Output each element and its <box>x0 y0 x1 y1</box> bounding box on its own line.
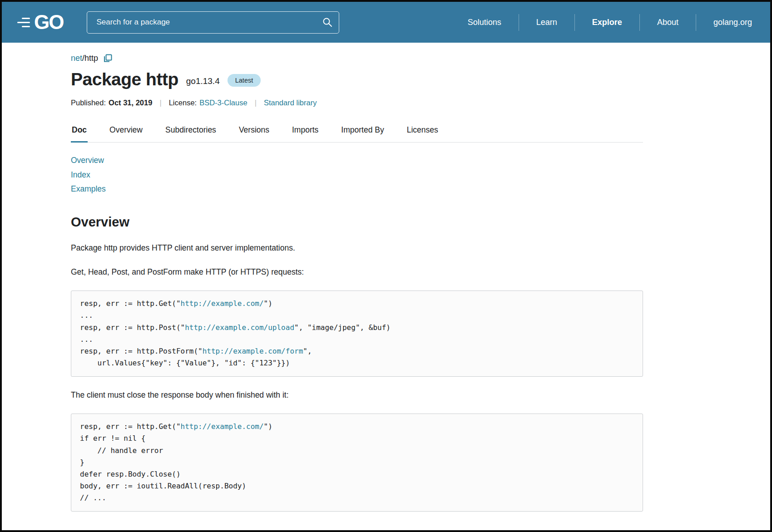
breadcrumb-rest: /http <box>82 54 98 63</box>
tab-doc[interactable]: Doc <box>71 121 88 143</box>
overview-heading: Overview <box>71 215 643 230</box>
code-text: url.Values{"key": {"Value"}, "id": {"123… <box>80 359 290 367</box>
toc-link-examples[interactable]: Examples <box>71 182 106 197</box>
tab-bar: Doc Overview Subdirectories Versions Imp… <box>71 121 643 143</box>
code-line: body, err := ioutil.ReadAll(resp.Body) <box>80 480 634 492</box>
search-icon <box>322 17 333 28</box>
code-block-requests: resp, err := http.Get("http://example.co… <box>71 291 643 376</box>
license-label: License: <box>169 99 197 107</box>
code-text: ") <box>264 422 272 431</box>
page: GO Solutions Learn Explore About golang.… <box>0 0 772 532</box>
tab-imports[interactable]: Imports <box>291 121 319 143</box>
license-link[interactable]: BSD-3-Clause <box>199 99 247 107</box>
overview-paragraph-1: Package http provides HTTP client and se… <box>71 242 643 254</box>
code-text: defer resp.Body.Close() <box>80 470 181 478</box>
code-line: resp, err := http.Get("http://example.co… <box>80 298 634 310</box>
code-text: ", <box>303 347 312 355</box>
code-text: } <box>80 458 84 467</box>
breadcrumb: net/http <box>71 54 643 63</box>
site-header: GO Solutions Learn Explore About golang.… <box>2 2 770 43</box>
code-line: resp, err := http.PostForm("http://examp… <box>80 345 634 357</box>
code-line: // handle error <box>80 445 634 457</box>
code-text: ", "image/jpeg", &buf) <box>294 323 391 332</box>
code-text: resp, err := http.Get(" <box>80 299 181 308</box>
code-line: ... <box>80 310 634 321</box>
main-content: net/http Package http go1.13.4 Latest Pu… <box>2 43 770 512</box>
search-box <box>87 11 339 34</box>
tab-licenses[interactable]: Licenses <box>406 121 439 143</box>
code-url-link[interactable]: http://example.com/upload <box>185 323 294 332</box>
overview-paragraph-2: Get, Head, Post, and PostForm make HTTP … <box>71 266 643 278</box>
nav-item-solutions[interactable]: Solutions <box>450 14 519 31</box>
code-line: } <box>80 457 634 468</box>
latest-badge[interactable]: Latest <box>228 74 261 87</box>
published-date: Oct 31, 2019 <box>109 99 152 107</box>
doc-toc: Overview Index Examples <box>71 153 643 197</box>
copy-path-button[interactable] <box>104 54 112 63</box>
tab-subdirectories[interactable]: Subdirectories <box>164 121 217 143</box>
page-title: Package http <box>71 69 178 89</box>
nav-item-learn[interactable]: Learn <box>519 14 574 31</box>
search-input[interactable] <box>87 11 339 34</box>
code-line: resp, err := http.Post("http://example.c… <box>80 322 634 334</box>
main-nav: Solutions Learn Explore About golang.org <box>450 14 755 31</box>
code-text: if err != nil { <box>80 434 146 443</box>
code-text: body, err := ioutil.ReadAll(resp.Body) <box>80 482 246 490</box>
go-logo-speed-lines-icon <box>17 18 30 27</box>
toc-link-index[interactable]: Index <box>71 168 90 182</box>
package-meta: Published: Oct 31, 2019 | License: BSD-3… <box>71 99 643 107</box>
overview-paragraph-3: The client must close the response body … <box>71 389 643 401</box>
code-text: // ... <box>80 493 106 502</box>
package-version: go1.13.4 <box>186 76 220 86</box>
meta-separator: | <box>255 99 257 107</box>
breadcrumb-net-link[interactable]: net <box>71 54 82 63</box>
code-block-close-body: resp, err := http.Get("http://example.co… <box>71 414 643 512</box>
nav-item-explore[interactable]: Explore <box>574 14 639 31</box>
code-text: ") <box>264 299 272 308</box>
tab-overview[interactable]: Overview <box>109 121 144 143</box>
search-button[interactable] <box>319 14 336 30</box>
code-line: url.Values{"key": {"Value"}, "id": {"123… <box>80 357 634 369</box>
code-url-link[interactable]: http://example.com/ <box>181 422 264 431</box>
package-title-row: Package http go1.13.4 Latest <box>71 69 643 89</box>
code-text: resp, err := http.Get(" <box>80 422 181 431</box>
code-url-link[interactable]: http://example.com/ <box>181 299 264 308</box>
code-line: defer resp.Body.Close() <box>80 468 634 480</box>
meta-separator: | <box>159 99 161 107</box>
tab-versions[interactable]: Versions <box>238 121 270 143</box>
go-logo-text: GO <box>34 12 63 32</box>
nav-item-about[interactable]: About <box>639 14 696 31</box>
code-url-link[interactable]: http://example.com/form <box>203 347 303 355</box>
standard-library-link[interactable]: Standard library <box>264 99 317 107</box>
toc-link-overview[interactable]: Overview <box>71 153 104 168</box>
code-line: ... <box>80 334 634 345</box>
code-text: ... <box>80 311 93 320</box>
code-text: resp, err := http.PostForm(" <box>80 347 203 355</box>
code-line: // ... <box>80 492 634 504</box>
code-line: if err != nil { <box>80 433 634 444</box>
tab-imported-by[interactable]: Imported By <box>340 121 385 143</box>
copy-icon <box>104 54 112 63</box>
go-logo[interactable]: GO <box>17 12 63 32</box>
code-text: // handle error <box>80 446 163 455</box>
code-line: resp, err := http.Get("http://example.co… <box>80 421 634 433</box>
published-label: Published: <box>71 99 106 107</box>
nav-item-golang-org[interactable]: golang.org <box>696 14 755 31</box>
code-text: resp, err := http.Post(" <box>80 323 185 332</box>
code-text: ... <box>80 335 93 344</box>
